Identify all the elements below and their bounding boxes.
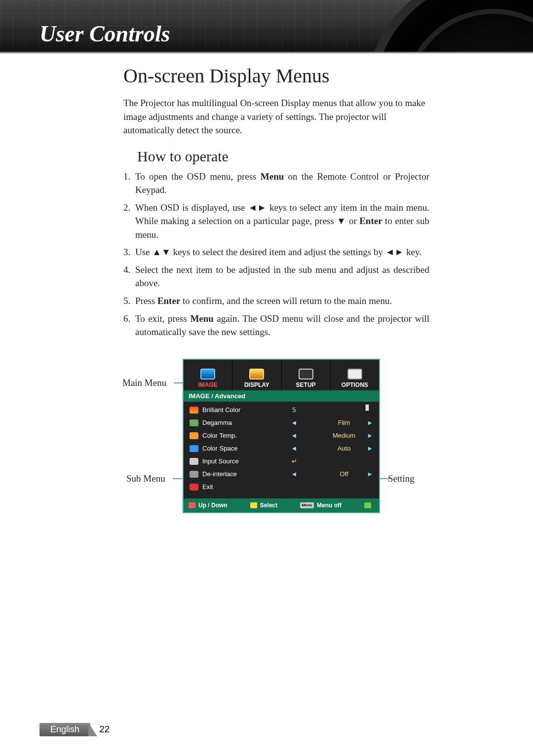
osd-tab-display: DISPLAY: [232, 360, 281, 390]
osd-row-exit: Exit: [184, 481, 379, 493]
chevron-right-icon: ►: [366, 470, 373, 478]
row-icon: [190, 445, 198, 452]
osd-footer: Up / Down Select MenuMenu off: [184, 498, 379, 512]
osd-row: Color Space◄Auto►: [184, 442, 379, 455]
chevron-right-icon: ►: [366, 419, 373, 426]
row-icon: [190, 432, 198, 439]
intro-paragraph: The Projector has multilingual On-screen…: [123, 96, 429, 137]
osd-row: De-interlace◄Off►: [184, 468, 379, 481]
row-icon: [190, 471, 198, 478]
indicator-icon: [364, 502, 371, 508]
lead-line: [379, 478, 390, 479]
osd-diagram: Main Menu Sub Menu Setting IMAGE DISPLAY…: [123, 359, 429, 556]
section-title: User Controls: [39, 21, 170, 47]
osd-row: Input Source↵: [184, 455, 379, 468]
osd-row: Color Temp.◄Medium►: [184, 429, 379, 442]
display-icon: [249, 369, 264, 379]
osd-tabs: IMAGE DISPLAY SETUP OPTIONS: [184, 360, 379, 390]
chevron-right-icon: ►: [366, 445, 373, 452]
row-icon: [190, 407, 198, 414]
step-2: When OSD is displayed, use ◄► keys to se…: [123, 201, 429, 242]
language-label: English: [39, 723, 90, 736]
callout-setting: Setting: [388, 473, 415, 484]
updown-icon: [189, 502, 195, 508]
osd-breadcrumb: IMAGE / Advanced: [184, 390, 379, 402]
step-1: To open the OSD menu, press Menu on the …: [123, 170, 429, 197]
subheading-how-to: How to operate: [137, 148, 429, 165]
select-icon: [250, 502, 257, 508]
page-heading: On-screen Display Menus: [123, 64, 429, 87]
step-3: Use ▲▼ keys to select the desired item a…: [123, 245, 429, 259]
menu-button-icon: Menu: [300, 502, 314, 508]
row-icon: [190, 419, 198, 426]
callout-main-menu: Main Menu: [122, 378, 166, 388]
enter-icon: ↵: [266, 457, 322, 465]
osd-screenshot: IMAGE DISPLAY SETUP OPTIONS IMAGE / Adva…: [183, 359, 380, 513]
step-4: Select the next item to be adjusted in t…: [123, 263, 429, 290]
osd-row: Degamma◄Film►: [184, 416, 379, 429]
chevron-right-icon: ►: [366, 432, 373, 439]
osd-tab-image: IMAGE: [184, 360, 232, 390]
options-icon: [347, 369, 362, 379]
step-6: To exit, press Menu again. The OSD menu …: [123, 312, 429, 339]
header-bar: User Controls: [0, 0, 533, 53]
exit-icon: [190, 484, 198, 491]
page-number-wrap: 22: [88, 722, 111, 736]
page-content: On-screen Display Menus The Projector ha…: [123, 64, 429, 556]
osd-rows: Brilliant Color5 Degamma◄Film► Color Tem…: [184, 402, 379, 498]
page-number: 22: [99, 724, 110, 735]
steps-list: To open the OSD menu, press Menu on the …: [123, 170, 429, 339]
image-icon: [200, 369, 215, 379]
osd-tab-options: OPTIONS: [331, 360, 379, 390]
osd-row: Brilliant Color5: [184, 404, 379, 416]
callout-sub-menu: Sub Menu: [126, 473, 165, 484]
page-footer: English 22: [39, 722, 111, 736]
step-5: Press Enter to confirm, and the screen w…: [123, 294, 429, 308]
osd-tab-setup: SETUP: [282, 360, 331, 390]
row-icon: [190, 458, 198, 465]
setup-icon: [299, 369, 313, 379]
